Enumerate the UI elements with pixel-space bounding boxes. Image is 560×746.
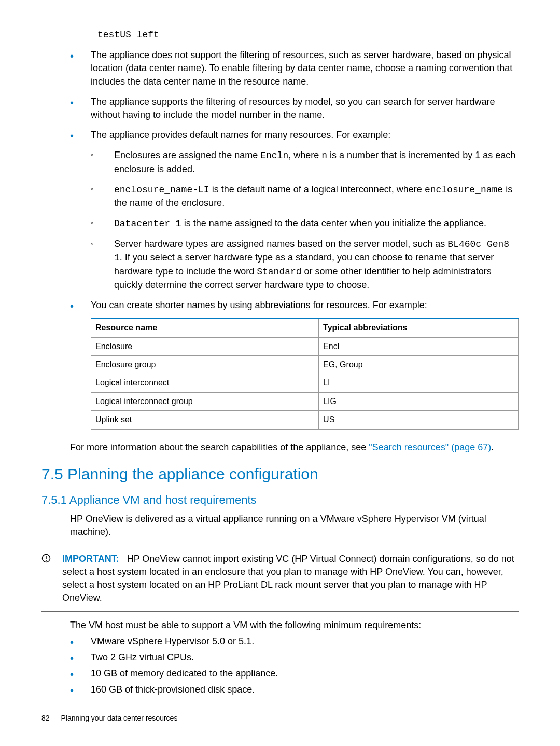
default-examples: Enclosures are assigned the name Encln, … — [91, 149, 519, 292]
svg-point-2 — [46, 560, 47, 561]
section-7-5-1-heading: 7.5.1 Appliance VM and host requirements — [41, 492, 519, 508]
col-resource-name: Resource name — [91, 319, 319, 337]
bullet-abbreviations: You can create shorter names by using ab… — [70, 299, 519, 430]
bullet-filter-location: The appliance does not support the filte… — [70, 49, 519, 88]
bullet-text: You can create shorter names by using ab… — [91, 300, 427, 310]
sec751-intro: HP OneView is delivered as a virtual app… — [70, 513, 519, 538]
bullet-text: The appliance provides default names for… — [91, 130, 390, 140]
important-block: IMPORTANT: HP OneView cannot import exis… — [41, 547, 519, 612]
table-row: Uplink setUS — [91, 411, 519, 429]
section-7-5-heading: 7.5 Planning the appliance configuration — [41, 463, 519, 485]
abbreviations-table: Resource name Typical abbreviations Encl… — [91, 318, 519, 429]
table-row: Enclosure groupEG, Group — [91, 355, 519, 374]
bullet-filter-model: The appliance supports the filtering of … — [70, 95, 519, 121]
code-sample: testUS_left — [97, 29, 519, 42]
page-footer: 82 Planning your data center resources — [41, 713, 177, 717]
page-number: 82 — [41, 714, 50, 717]
important-label: IMPORTANT: — [62, 554, 119, 564]
col-abbrev: Typical abbreviations — [319, 319, 519, 337]
search-more-info: For more information about the search ca… — [70, 441, 519, 454]
footer-title: Planning your data center resources — [61, 714, 177, 717]
bullet-default-names: The appliance provides default names for… — [70, 129, 519, 292]
example-li-name: enclosure_name-LI is the default name of… — [91, 183, 519, 210]
vm-host-requirements-intro: The VM host must be able to support a VM… — [70, 619, 519, 632]
table-row: Logical interconnectLI — [91, 374, 519, 392]
req-memory: 10 GB of memory dedicated to the applian… — [70, 667, 519, 680]
example-enclosures: Enclosures are assigned the name Encln, … — [91, 149, 519, 175]
link-search-resources[interactable]: "Search resources" (page 67) — [369, 442, 491, 452]
important-icon — [41, 552, 62, 605]
important-text: IMPORTANT: HP OneView cannot import exis… — [62, 552, 519, 605]
table-row: Logical interconnect groupLIG — [91, 392, 519, 410]
top-bullets: The appliance does not support the filte… — [41, 49, 519, 429]
req-cpu: Two 2 GHz virtual CPUs. — [70, 651, 519, 664]
example-server-hw-types: Server hardware types are assigned names… — [91, 238, 519, 292]
vm-host-requirements-list: VMware vSphere Hypervisor 5.0 or 5.1. Tw… — [41, 635, 519, 697]
example-datacenter: Datacenter 1 is the name assigned to the… — [91, 217, 519, 230]
req-disk: 160 GB of thick-provisioned disk space. — [70, 683, 519, 696]
table-row: EnclosureEncl — [91, 337, 519, 355]
req-hypervisor: VMware vSphere Hypervisor 5.0 or 5.1. — [70, 635, 519, 648]
